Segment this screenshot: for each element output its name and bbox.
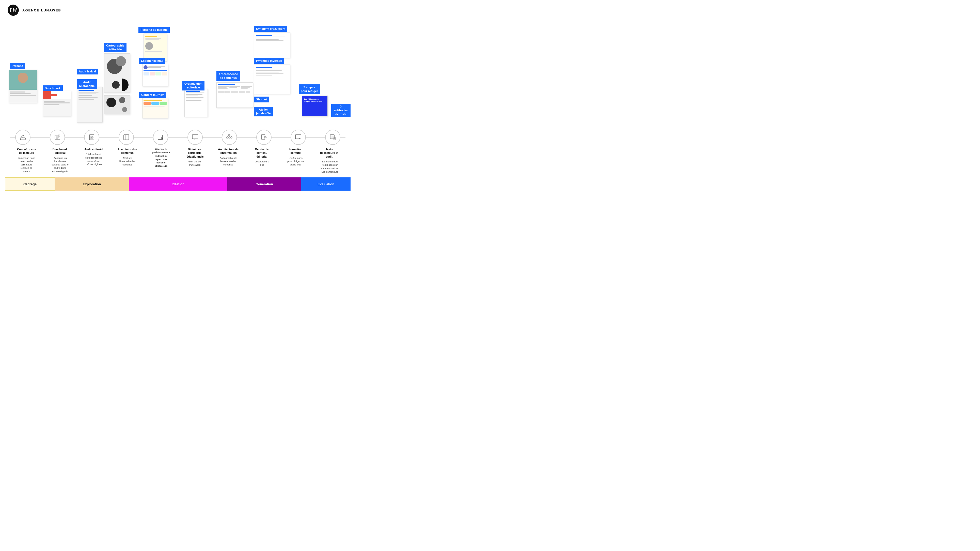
audit-micro-badge-wrap: AuditMicrocopie [77, 79, 97, 89]
benchmark-card-content [43, 99, 71, 107]
synonyme-badge: Synonym crazy eight [254, 26, 287, 32]
neuf-etapes-card: Les 9 étapes pour rédiger un article web [302, 96, 328, 116]
carto-badge-wrap: Cartographieéditoriale [104, 43, 127, 53]
benchmark-card-header [43, 91, 71, 99]
svg-rect-26 [227, 137, 228, 138]
benchmark-badge: Benchmark [43, 85, 63, 91]
desc-architecture: Architecture del'information Cartographi… [212, 147, 244, 174]
phase-ideation: Idéation [129, 177, 228, 191]
timeline-node-formation [291, 130, 306, 145]
phase-cadrage-label: Cadrage [23, 182, 37, 186]
audit-card-content [77, 87, 102, 102]
persona-marque-badge: Persona de marque [138, 27, 170, 33]
desc-definir: Définir lespartis prisrédactionnels d'un… [178, 147, 211, 174]
line [10, 93, 31, 94]
pyramide-badge-wrap: Pyramide inversée [254, 58, 284, 64]
content-journey-card [142, 98, 168, 118]
audit-card [77, 87, 103, 123]
desc-generer-body: des parcoursclés [247, 160, 277, 167]
atelier-badge: Atelierjeu de rôle [254, 107, 273, 116]
phase-generation-label: Génération [256, 182, 273, 186]
desc-tests-title: Testsutilisateurs etaudit [314, 147, 344, 158]
desc-benchmark-title: Benchmarkéditorial [45, 147, 75, 155]
timeline-node-tests [325, 130, 340, 145]
atelier-badge-wrap: Atelierjeu de rôle [254, 107, 273, 116]
organisation-badge: Organisationéditoriale [182, 81, 205, 91]
svg-rect-37 [296, 135, 301, 139]
synonyme-card [254, 32, 290, 58]
neuf-etapes-badge: 9 étapespour rédiger [299, 84, 320, 94]
phase-exploration: Exploration [55, 177, 129, 191]
desc-audit-body: Réaliser l'auditéditorial dans lecadre d… [78, 153, 109, 166]
shotcut-badge: Shotcut [254, 97, 269, 102]
experience-badge: Expérience map [139, 58, 165, 64]
experience-badge-wrap: Expérience map [139, 58, 165, 64]
desc-inventaire-body: Réaliserl'inventaire descontenus [112, 156, 143, 166]
organisation-card [185, 89, 208, 117]
desc-benchmark-body: Conduire unbenchmarkéditorial dans lecad… [45, 156, 75, 173]
shotcut-badge-wrap: Shotcut [254, 97, 269, 102]
benchmark-card [43, 91, 71, 116]
experience-card [142, 64, 168, 86]
desc-formation: Formationécriture Les 9 étapespour rédig… [279, 147, 312, 174]
svg-rect-15 [124, 135, 129, 140]
timeline-container: 60 [5, 130, 350, 174]
timeline-node-connaitre: 60 [15, 130, 30, 145]
phase-generation: Génération [228, 177, 301, 191]
timeline-line: 60 [10, 130, 345, 145]
generate-icon [260, 134, 267, 141]
phase-evaluation: Evaluation [301, 177, 350, 191]
desc-architecture-title: Architecture del'information [213, 147, 243, 155]
desc-definir-body: d'un site oud'une appli [179, 160, 210, 167]
persona-marque-badge-wrap: Persona de marque [138, 27, 170, 33]
carto-badge: Cartographieéditoriale [104, 43, 127, 53]
desc-inventaire-title: Inventaire descontenus [112, 147, 143, 155]
svg-rect-27 [229, 137, 230, 138]
arborescence-badge-wrap: Arborescencede contenus [216, 71, 240, 81]
neuf-etapes-card-text: Les 9 étapes pour rédiger un article web [304, 98, 325, 102]
define-icon [191, 134, 199, 141]
audit-lexical-badge: Audit lexical [77, 68, 98, 75]
descriptions: Connaître vosutilisateurs Immersion dans… [10, 145, 345, 174]
trois-methodes-badge: 3 méthodesde tests [331, 104, 350, 117]
svg-rect-0 [20, 138, 25, 140]
main-content: Persona Benchmark Audit [0, 20, 356, 191]
phase-evaluation-label: Evaluation [318, 182, 334, 186]
audit-lexical-badge-wrap: Audit lexical [77, 68, 98, 75]
inventory-icon [123, 134, 130, 141]
desc-clarifier-title: Clarifier lepositionnementéditorial aure… [146, 147, 176, 168]
desc-audit: Audit éditorial Réaliser l'auditéditoria… [78, 147, 110, 174]
formation-icon [295, 134, 302, 141]
architecture-icon [226, 134, 233, 141]
svg-text:60: 60 [21, 136, 22, 137]
svg-rect-28 [231, 137, 232, 138]
timeline-node-definir [188, 130, 203, 145]
timeline-node-architecture [222, 130, 237, 145]
phase-ideation-label: Idéation [172, 182, 185, 186]
audit-micro-badge: AuditMicrocopie [77, 79, 97, 89]
desc-generer: Générer lecontenuéditorial des parcoursc… [246, 147, 278, 174]
timeline-node-clarifier [153, 130, 168, 145]
organisation-badge-wrap: Organisationéditoriale [182, 81, 205, 91]
clarify-icon [157, 134, 164, 141]
timeline-node-benchmark [50, 130, 65, 145]
desc-tests: Testsutilisateurs etaudit - Le texte à t… [313, 147, 345, 174]
synonyme-badge-wrap: Synonym crazy eight [254, 26, 287, 32]
phase-cadrage: Cadrage [5, 177, 55, 191]
desc-connaitre-title: Connaître vosutilisateurs [11, 147, 42, 155]
logo-text: LW [10, 7, 17, 13]
svg-rect-21 [192, 135, 198, 139]
tests-icon [329, 134, 336, 141]
desc-formation-title: Formationécriture [280, 147, 311, 155]
svg-rect-42 [334, 137, 335, 140]
phase-exploration-label: Exploration [83, 182, 101, 186]
logo: LW [8, 5, 19, 16]
desc-architecture-body: Cartographie del'ensemble descontenus [213, 156, 243, 166]
desc-inventaire: Inventaire descontenus Réaliserl'inventa… [111, 147, 143, 174]
timeline-node-generer [256, 130, 272, 145]
neuf-etapes-badge-wrap: 9 étapespour rédiger [299, 84, 320, 94]
svg-rect-25 [229, 134, 230, 136]
arborescence-card [216, 82, 253, 108]
desc-tests-body: - Le texte à trou- Test basés surla mémo… [314, 160, 344, 174]
persona-badge: Persona [10, 63, 25, 69]
